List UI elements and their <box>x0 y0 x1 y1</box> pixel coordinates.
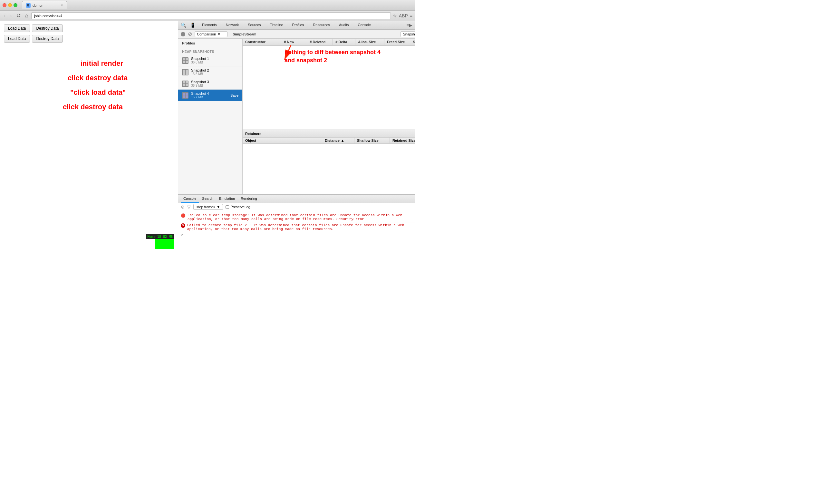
record-button[interactable] <box>181 32 185 36</box>
snapshot2-dropdown[interactable]: Snapshot 2 ▼ <box>401 31 415 37</box>
ret-col-distance[interactable]: Distance ▲ <box>322 137 354 144</box>
tab-network[interactable]: Network <box>223 21 241 29</box>
frame-selector[interactable]: <top frame> ▼ <box>193 204 223 210</box>
error-text-2: Failed to create temp file 2 : It was de… <box>187 223 415 231</box>
forward-button[interactable]: › <box>9 13 13 19</box>
tab-timeline[interactable]: Timeline <box>267 21 286 29</box>
console-tab-search[interactable]: Search <box>199 195 216 203</box>
nav-bar: ‹ › ↺ ⌂ jsbin.com/visolu/4 ☆ ABP ≡ <box>0 10 415 21</box>
dock-icon[interactable]: ≡▶ <box>406 23 412 28</box>
console-tabs: Console Search Emulation Rendering <box>178 195 415 203</box>
console-body: 🔴 Failed to clear temp storage: It was d… <box>178 211 415 252</box>
preserve-log-checkbox[interactable] <box>226 205 229 209</box>
snapshot-save-button[interactable]: Save <box>230 93 238 97</box>
comparison-dropdown[interactable]: Comparison ▼ <box>195 31 227 37</box>
snapshot-item-4[interactable]: Snapshot 4 16.7 MB Save <box>178 90 242 101</box>
ret-col-retained: Retained Size <box>390 137 415 144</box>
snapshot-item-1[interactable]: Snapshot 1 36.6 MB <box>178 55 242 66</box>
snapshot-item-3[interactable]: Snapshot 3 36.9 MB <box>178 78 242 90</box>
top-button-row: Load Data Destroy Data <box>4 25 174 32</box>
stream-label: SimpleStream <box>233 32 256 36</box>
tab-resources[interactable]: Resources <box>310 21 332 29</box>
snapshot-info-3: Snapshot 3 36.9 MB <box>191 80 238 87</box>
main-layout: Load Data Destroy Data Load Data Destroy… <box>0 21 415 252</box>
ret-col-object: Object <box>243 137 322 144</box>
console-tab-console[interactable]: Console <box>181 195 199 203</box>
preserve-log-label: Preserve log <box>230 205 250 209</box>
title-bar: 🗄 dbmon × <box>0 0 415 10</box>
data-area: nothing to diff between snapshot 4 and s… <box>243 39 415 194</box>
console-tab-emulation[interactable]: Emulation <box>217 195 237 203</box>
close-button[interactable] <box>3 3 6 7</box>
nav-actions: ☆ ABP ≡ <box>393 13 412 19</box>
browser-tab-dbmon[interactable]: 🗄 dbmon × <box>22 1 67 9</box>
devtools-subbar: ⊘ Comparison ▼ SimpleStream Snapshot 2 ▼ <box>178 30 415 39</box>
preserve-log-row: Preserve log <box>226 205 250 209</box>
traffic-lights <box>3 3 18 7</box>
browser-chrome: 🗄 dbmon × ‹ › ↺ ⌂ jsbin.com/visolu/4 ☆ A… <box>0 0 415 21</box>
mobile-icon[interactable]: 📱 <box>190 23 196 28</box>
profiles-panel: Profiles HEAP SNAPSHOTS Snapshot 1 36.6 … <box>178 39 243 194</box>
console-toolbar: ⊘ ▽ <top frame> ▼ Preserve log <box>178 203 415 211</box>
home-button[interactable]: ⌂ <box>24 13 30 19</box>
bookmark-icon[interactable]: ☆ <box>393 13 397 19</box>
annotation-destroy1: click destroy data <box>68 74 128 82</box>
retainers-body <box>243 144 415 194</box>
snapshot-info-4: Snapshot 4 16.7 MB <box>191 92 228 99</box>
tab-sources[interactable]: Sources <box>245 21 263 29</box>
snapshot-icon-1 <box>182 57 189 64</box>
console-tab-rendering[interactable]: Rendering <box>238 195 260 203</box>
snapshot-icon-2 <box>182 69 189 75</box>
tab-audits[interactable]: Audits <box>337 21 352 29</box>
console-clear-icon[interactable]: ⊘ <box>181 204 185 210</box>
back-button[interactable]: ‹ <box>3 13 7 19</box>
extensions-icon[interactable]: ABP <box>399 13 408 19</box>
sort-icon: ▲ <box>341 138 345 143</box>
devtools-action-icons: ≡▶ ⚙ □ × <box>406 23 415 28</box>
tab-elements[interactable]: Elements <box>199 21 219 29</box>
col-alloc[interactable]: Alloc. Size <box>355 39 384 45</box>
tab-close-icon[interactable]: × <box>61 4 63 7</box>
error-text-1: Failed to clear temp storage: It was det… <box>188 213 415 221</box>
col-deleted: # Deleted <box>307 39 333 45</box>
annotation-initial: initial render <box>81 59 123 68</box>
address-text: jsbin.com/visolu/4 <box>34 14 62 18</box>
retainers-header: Retainers ☰ <box>243 130 415 137</box>
ret-col-shallow: Shallow Size <box>354 137 390 144</box>
col-new[interactable]: # New <box>281 39 307 45</box>
data-table-body <box>243 46 415 130</box>
console-section: Console Search Emulation Rendering ⊘ ▽ <… <box>178 194 415 252</box>
clear-button[interactable]: ⊘ <box>188 31 192 37</box>
snapshot-item-2[interactable]: Snapshot 2 15.5 MB <box>178 66 242 78</box>
memory-bar-container <box>155 239 174 249</box>
maximize-button[interactable] <box>13 3 18 7</box>
memory-display: Mem: 18.82 MB <box>146 234 174 239</box>
console-input-row: > <box>181 232 415 238</box>
devtools-toolbar: 🔍 📱 Elements Network Sources Timeline Pr… <box>178 21 415 30</box>
annotation-destroy2: click destroy data <box>63 103 123 111</box>
error-icon-1: 🔴 <box>181 213 186 218</box>
snapshot-icon-3 <box>182 81 189 87</box>
memory-bar <box>155 239 174 249</box>
load-data-button-2[interactable]: Load Data <box>4 35 30 42</box>
console-caret: > <box>181 233 183 237</box>
destroy-data-button-1[interactable]: Destroy Data <box>32 25 63 32</box>
annotation-load: "click load data" <box>70 88 126 97</box>
col-delta: # Delta <box>333 39 355 45</box>
tab-console[interactable]: Console <box>355 21 374 29</box>
destroy-data-button-2[interactable]: Destroy Data <box>32 35 63 42</box>
tab-profiles[interactable]: Profiles <box>290 21 307 29</box>
error-badge-2: 5 <box>181 223 185 228</box>
minimize-button[interactable] <box>8 3 12 7</box>
col-freed: Freed Size <box>384 39 410 45</box>
menu-icon[interactable]: ≡ <box>410 13 412 19</box>
heap-snapshots-label: HEAP SNAPSHOTS <box>178 48 242 55</box>
address-bar[interactable]: jsbin.com/visolu/4 <box>31 12 390 19</box>
refresh-button[interactable]: ↺ <box>15 12 22 19</box>
search-icon[interactable]: 🔍 <box>181 23 186 28</box>
tab-label: dbmon <box>33 4 43 7</box>
devtools-body: ⊘ Comparison ▼ SimpleStream Snapshot 2 ▼… <box>178 30 415 252</box>
console-filter-icon[interactable]: ▽ <box>187 204 191 210</box>
load-data-button-1[interactable]: Load Data <box>4 25 30 32</box>
data-table-header: Constructor # New # Deleted # Delta Allo… <box>243 39 415 46</box>
